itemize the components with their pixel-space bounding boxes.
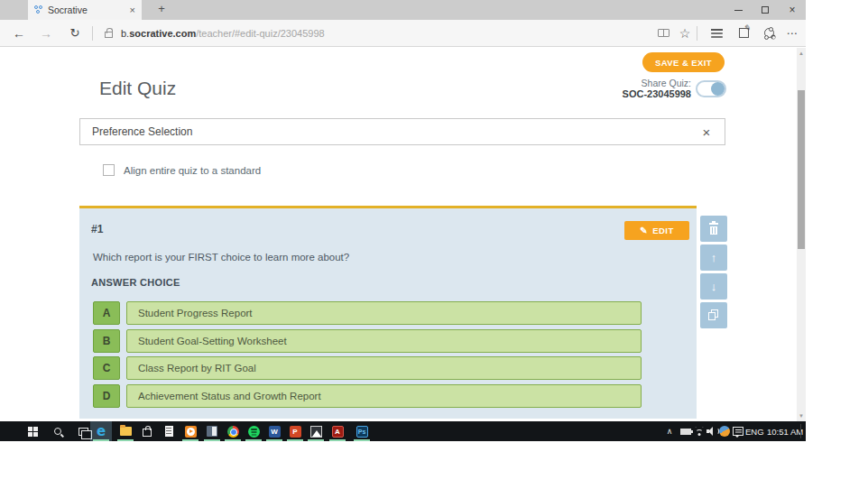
quiz-name-input[interactable]: [79, 118, 725, 145]
answer-text-field[interactable]: Achievement Status and Growth Report: [126, 384, 642, 408]
action-center-icon: [733, 427, 743, 436]
answer-row: A Student Progress Report: [79, 301, 697, 325]
toggle-knob: [711, 82, 725, 96]
screenshot-canvas: Socrative × + × ← → ↻ b.socrative.com/te…: [0, 0, 868, 498]
trash-icon: [708, 223, 719, 235]
taskbar-book-app-button[interactable]: [201, 421, 223, 441]
folder-icon: [120, 427, 132, 436]
powerpoint-icon: P: [290, 426, 301, 438]
answer-choice-header: ANSWER CHOICE: [91, 277, 180, 288]
clear-quiz-name-icon[interactable]: ×: [697, 123, 716, 141]
question-action-toolbar: ↑ ↓: [700, 216, 727, 331]
answer-text-field[interactable]: Class Report by RIT Goal: [126, 356, 642, 380]
lock-icon: [99, 20, 117, 46]
refresh-button[interactable]: ↻: [63, 20, 87, 46]
search-icon: [54, 428, 61, 435]
toolbar-divider: [92, 26, 93, 41]
new-tab-button[interactable]: +: [152, 2, 171, 15]
taskbar-store-button[interactable]: [136, 421, 158, 441]
browser-tab-bar: Socrative × + ×: [0, 0, 806, 20]
answer-letter-button[interactable]: C: [93, 356, 120, 380]
windows-screen: Socrative × + × ← → ↻ b.socrative.com/te…: [0, 0, 806, 441]
reading-view-icon[interactable]: [653, 20, 673, 46]
browser-tab-socrative[interactable]: Socrative ×: [28, 0, 142, 20]
align-standard-checkbox[interactable]: [103, 164, 115, 176]
hub-icon[interactable]: [706, 20, 727, 46]
show-desktop-divider[interactable]: [800, 424, 801, 438]
web-note-icon[interactable]: [733, 20, 754, 46]
pencil-icon: ✎: [640, 226, 648, 235]
delete-question-button[interactable]: [700, 216, 727, 242]
clock[interactable]: 10:51 AM: [767, 421, 803, 441]
scrollbar-thumb[interactable]: [798, 90, 805, 249]
photos-icon: [310, 426, 322, 438]
chevron-up-icon: ∧: [667, 427, 673, 436]
more-actions-icon[interactable]: ⋯: [781, 20, 803, 46]
forward-button[interactable]: →: [34, 20, 58, 46]
move-question-up-button[interactable]: ↑: [700, 244, 727, 271]
tab-close-icon[interactable]: ×: [130, 5, 135, 15]
book-icon: [207, 426, 217, 437]
taskbar-spotify-button[interactable]: [243, 421, 264, 441]
scrollbar-down-arrow[interactable]: ▼: [797, 413, 806, 419]
taskbar-word-button[interactable]: W: [263, 421, 285, 441]
socrative-logo-icon: [34, 5, 43, 14]
page-scrollbar[interactable]: ▲ ▼: [797, 48, 806, 421]
task-view-icon: [78, 428, 88, 436]
taskbar-acrobat-button[interactable]: A: [327, 421, 348, 441]
taskbar-notepad-button[interactable]: [158, 421, 180, 441]
share-icon[interactable]: [758, 20, 780, 46]
window-minimize-button[interactable]: [725, 0, 752, 20]
page-content: SAVE & EXIT Edit Quiz Share Quiz: SOC-23…: [0, 48, 806, 421]
answer-row: C Class Report by RIT Goal: [79, 356, 697, 380]
windows-logo-icon: [28, 427, 38, 437]
taskbar-photos-button[interactable]: [305, 421, 327, 441]
taskbar-file-explorer-button[interactable]: [115, 421, 136, 441]
media-player-icon: [185, 426, 197, 438]
back-button[interactable]: ←: [7, 20, 31, 46]
move-question-down-button[interactable]: ↓: [700, 273, 727, 300]
answer-letter-button[interactable]: B: [93, 329, 120, 353]
share-quiz-label: Share Quiz:: [583, 78, 691, 88]
duplicate-question-button[interactable]: [700, 302, 727, 328]
question-text: Which report is your FIRST choice to lea…: [93, 252, 349, 263]
taskbar-edge-button[interactable]: e: [90, 421, 112, 441]
window-controls: ×: [725, 0, 806, 20]
save-exit-button[interactable]: SAVE & EXIT: [642, 52, 725, 72]
url-domain: socrative.com: [129, 28, 196, 39]
answer-letter-button[interactable]: A: [93, 301, 120, 325]
url-prefix: b.: [121, 28, 129, 39]
share-quiz-code: SOC-23045998: [583, 88, 691, 100]
taskbar-media-player-button[interactable]: [180, 421, 201, 441]
page-title: Edit Quiz: [99, 78, 176, 99]
answer-text-field[interactable]: Student Goal-Setting Worksheet: [126, 329, 642, 353]
tab-title: Socrative: [48, 5, 125, 15]
edit-question-button[interactable]: ✎ EDIT: [624, 221, 689, 240]
taskbar-powerpoint-button[interactable]: P: [284, 421, 306, 441]
document-icon: [165, 426, 173, 437]
window-maximize-button[interactable]: [752, 0, 779, 20]
answer-row: B Student Goal-Setting Worksheet: [79, 329, 697, 353]
question-card: #1 ✎ EDIT Which report is your FIRST cho…: [79, 206, 697, 419]
taskbar-photoshop-button[interactable]: Ps: [351, 421, 373, 441]
taskbar-search-button[interactable]: [47, 421, 69, 441]
align-standard-label: Align entire quiz to a standard: [124, 165, 261, 176]
window-close-button[interactable]: ×: [779, 0, 806, 20]
scrollbar-up-arrow[interactable]: ▲: [797, 51, 806, 56]
address-bar[interactable]: b.socrative.com/teacher/#edit-quiz/23045…: [121, 20, 325, 46]
favorites-star-icon[interactable]: ☆: [675, 20, 695, 46]
word-icon: W: [269, 426, 281, 438]
edge-icon: e: [97, 423, 106, 439]
question-number: #1: [91, 223, 103, 235]
browser-toolbar: ← → ↻ b.socrative.com/teacher/#edit-quiz…: [0, 20, 806, 47]
language-indicator[interactable]: ENG: [745, 421, 764, 441]
start-button[interactable]: [22, 421, 43, 441]
share-quiz-block: Share Quiz: SOC-23045998: [583, 78, 691, 100]
spotify-icon: [248, 426, 260, 438]
copy-icon: [708, 309, 719, 321]
answer-letter-button[interactable]: D: [93, 384, 120, 408]
answer-text-field[interactable]: Student Progress Report: [126, 301, 642, 325]
taskbar-chrome-button[interactable]: [222, 421, 244, 441]
url-path: /teacher/#edit-quiz/23045998: [196, 28, 325, 39]
share-quiz-toggle[interactable]: [696, 80, 726, 97]
